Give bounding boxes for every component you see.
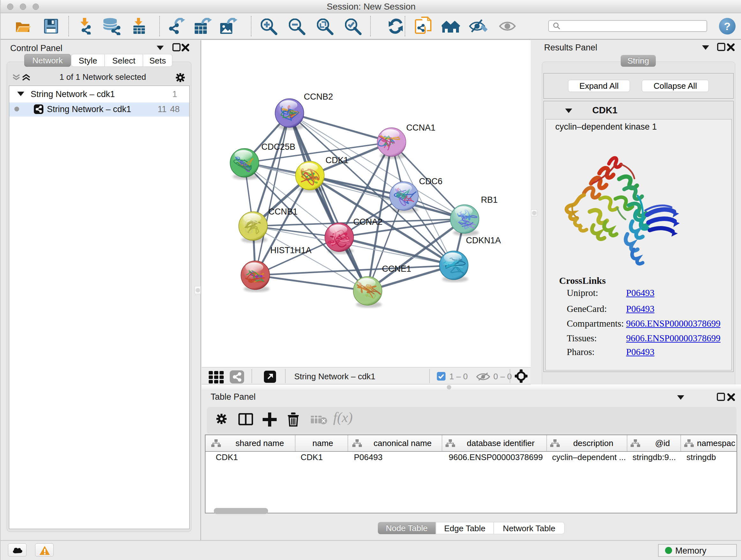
svg-text:CDC25B: CDC25B <box>261 142 295 152</box>
svg-text:CDKN1A: CDKN1A <box>466 236 501 245</box>
svg-text:CDC6: CDC6 <box>419 177 443 186</box>
svg-text:CCNB2: CCNB2 <box>304 92 333 102</box>
svg-text:HIST1H1A: HIST1H1A <box>270 246 312 255</box>
svg-text:CCNE1: CCNE1 <box>382 264 411 273</box>
svg-text:CCNA2: CCNA2 <box>353 217 383 227</box>
svg-text:CDK1: CDK1 <box>326 155 348 165</box>
svg-text:CCNA1: CCNA1 <box>406 123 435 132</box>
svg-text:RB1: RB1 <box>481 195 498 205</box>
svg-text:CCNB1: CCNB1 <box>268 207 298 216</box>
